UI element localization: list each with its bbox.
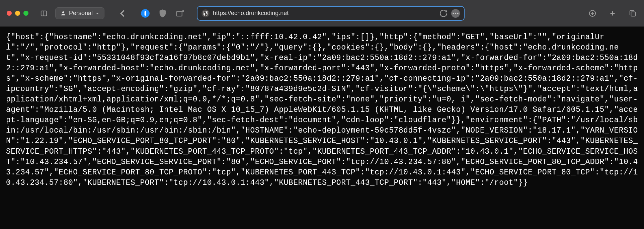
maximize-window-button[interactable] — [23, 11, 28, 16]
download-icon — [589, 10, 596, 17]
plus-icon — [609, 10, 616, 17]
sidebar-toggle-button[interactable] — [39, 9, 49, 18]
svg-point-8 — [455, 12, 456, 14]
svg-point-9 — [457, 12, 458, 14]
back-button[interactable] — [116, 7, 129, 19]
page-content: {"host":{"hostname":"echo.drunkcoding.ne… — [0, 27, 644, 194]
reload-button[interactable] — [439, 9, 448, 18]
tabs-icon — [629, 10, 636, 17]
close-window-button[interactable] — [7, 11, 12, 16]
address-bar[interactable] — [197, 6, 465, 21]
svg-rect-14 — [631, 12, 635, 16]
browser-toolbar: Personal — [0, 0, 644, 27]
svg-rect-0 — [41, 11, 47, 16]
new-tab-button[interactable] — [608, 9, 617, 18]
extension-shield-icon[interactable] — [158, 9, 167, 18]
profile-selector[interactable]: Personal — [55, 7, 104, 19]
chevron-down-icon — [95, 11, 99, 15]
more-horizontal-icon — [451, 9, 460, 18]
reload-icon — [439, 9, 448, 18]
window-controls — [7, 11, 28, 16]
tab-overview-button[interactable] — [628, 9, 637, 18]
svg-rect-4 — [145, 11, 146, 16]
svg-rect-5 — [177, 11, 182, 16]
profile-label: Personal — [69, 10, 93, 17]
minimize-window-button[interactable] — [15, 11, 20, 16]
extension-icons — [141, 9, 185, 18]
right-toolbar-actions — [588, 9, 637, 18]
site-favicon — [202, 9, 210, 17]
extension-1password-icon[interactable] — [141, 9, 150, 18]
svg-point-7 — [453, 12, 454, 14]
downloads-button[interactable] — [588, 9, 597, 18]
svg-point-2 — [62, 11, 64, 13]
page-actions-button[interactable] — [451, 9, 460, 18]
chevron-left-icon — [116, 7, 129, 19]
url-input[interactable] — [213, 10, 436, 17]
person-icon — [60, 10, 66, 16]
extension-compose-icon[interactable] — [175, 9, 185, 18]
